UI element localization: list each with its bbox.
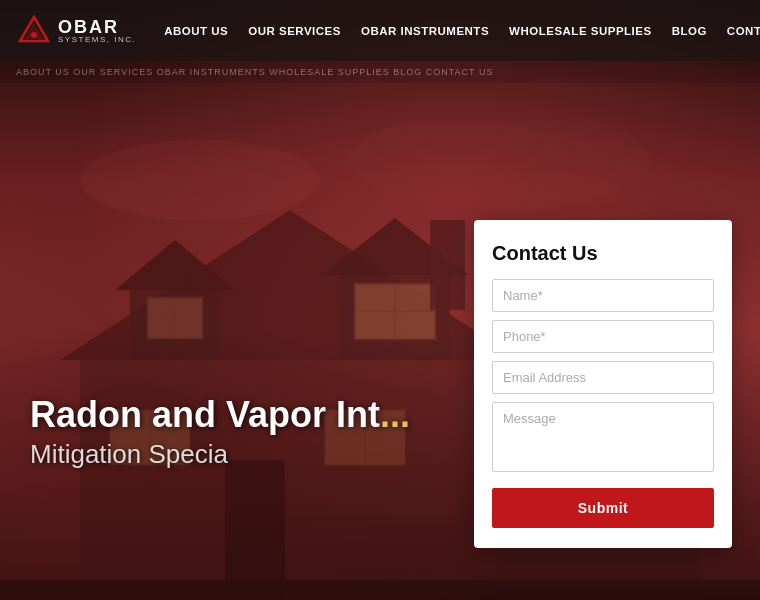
svg-point-1 [350, 120, 650, 210]
phone-input[interactable] [492, 320, 714, 353]
nav-our-services[interactable]: OUR SERVICES [238, 25, 351, 37]
breadcrumb: ABOUT US OUR SERVICES OBAR INSTRUMENTS W… [16, 67, 493, 77]
svg-rect-19 [430, 220, 465, 310]
name-input[interactable] [492, 279, 714, 312]
contact-form-heading: Contact Us [492, 242, 714, 265]
svg-point-0 [80, 140, 320, 220]
svg-point-27 [31, 32, 37, 38]
hero-text-block: Radon and Vapor Int... Mitigation Specia [30, 395, 410, 470]
nav-links: ABOUT US OUR SERVICES OBAR INSTRUMENTS W… [154, 25, 760, 37]
email-input[interactable] [492, 361, 714, 394]
logo-text: OBAR SYSTEMS, INC. [58, 18, 136, 44]
nav-contact-us[interactable]: CONTACT US [717, 25, 760, 37]
breadcrumb-bar: ABOUT US OUR SERVICES OBAR INSTRUMENTS W… [0, 61, 760, 83]
logo-icon [16, 13, 52, 49]
svg-rect-24 [0, 580, 760, 600]
hero-subtitle: Mitigation Specia [30, 439, 410, 470]
nav-blog[interactable]: BLOG [662, 25, 717, 37]
submit-button[interactable]: Submit [492, 488, 714, 528]
svg-rect-14 [225, 460, 285, 600]
nav-obar-instruments[interactable]: OBAR INSTRUMENTS [351, 25, 499, 37]
hero-title-text: Radon and Vapor Int [30, 394, 380, 435]
contact-form-card: Contact Us Submit [474, 220, 732, 548]
navbar: OBAR SYSTEMS, INC. ABOUT US OUR SERVICES… [0, 0, 760, 61]
nav-wholesale-supplies[interactable]: WHOLESALE SUPPLIES [499, 25, 662, 37]
logo[interactable]: OBAR SYSTEMS, INC. [16, 13, 136, 49]
message-input[interactable] [492, 402, 714, 472]
nav-about-us[interactable]: ABOUT US [154, 25, 238, 37]
hero-title: Radon and Vapor Int... [30, 395, 410, 435]
